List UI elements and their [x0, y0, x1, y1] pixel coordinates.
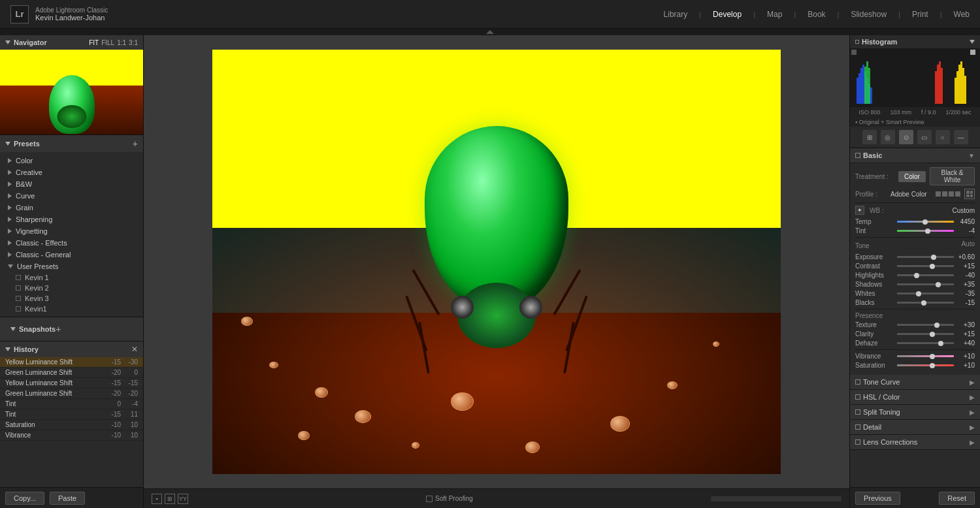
- snapshots-header[interactable]: Snapshots +: [5, 321, 66, 338]
- history-close-btn[interactable]: ✕: [131, 345, 138, 354]
- copy-button[interactable]: Copy...: [5, 492, 44, 505]
- single-view-icon[interactable]: ▪: [152, 494, 162, 504]
- history-item-7[interactable]: Vibrance -10 10: [0, 430, 143, 441]
- history-item-1[interactable]: Green Luminance Shift -20 0: [0, 368, 143, 378]
- zoom-fit[interactable]: FIT: [89, 39, 99, 46]
- hsl-toggle[interactable]: [855, 394, 860, 400]
- dehaze-thumb[interactable]: [938, 341, 943, 346]
- dehaze-slider[interactable]: [897, 342, 954, 344]
- lens-corrections-toggle[interactable]: [855, 439, 860, 445]
- vibrance-slider[interactable]: [897, 355, 954, 357]
- history-header[interactable]: History ✕: [0, 341, 143, 357]
- basic-section-header[interactable]: Basic ▼: [850, 148, 980, 163]
- history-item-2[interactable]: Yellow Luminance Shift -15 -15: [0, 378, 143, 389]
- top-panel-toggle[interactable]: [0, 29, 980, 35]
- preset-user-presets[interactable]: User Presets: [0, 261, 143, 272]
- texture-thumb[interactable]: [934, 323, 939, 328]
- redeye-tool[interactable]: ⊙: [899, 130, 913, 144]
- texture-slider[interactable]: [897, 324, 954, 326]
- filmstrip-scrollbar[interactable]: [711, 496, 841, 501]
- tone-curve-section[interactable]: Tone Curve ▶: [850, 375, 980, 390]
- preset-vignetting[interactable]: Vignetting: [0, 225, 143, 237]
- preset-bw[interactable]: B&W: [0, 178, 143, 190]
- zoom-1to1[interactable]: 1:1: [117, 39, 126, 46]
- nav-develop[interactable]: Develop: [713, 10, 742, 19]
- preset-kevin2[interactable]: Kevin 2: [0, 283, 143, 293]
- presets-header[interactable]: Presets +: [0, 135, 143, 152]
- detail-section[interactable]: Detail ▶: [850, 420, 980, 435]
- history-item-6[interactable]: Saturation -10 10: [0, 420, 143, 430]
- history-item-3[interactable]: Green Luminance Shift -20 -20: [0, 389, 143, 399]
- tint-thumb[interactable]: [925, 229, 930, 234]
- previous-button[interactable]: Previous: [855, 492, 900, 505]
- crop-tool[interactable]: ⊞: [862, 130, 877, 144]
- tone-curve-toggle[interactable]: [855, 379, 860, 385]
- history-item-0[interactable]: Yellow Luminance Shift -15 -30: [0, 357, 143, 368]
- history-item-4[interactable]: Tint 0 -4: [0, 399, 143, 409]
- blacks-slider[interactable]: [897, 302, 954, 304]
- temp-thumb[interactable]: [923, 219, 928, 225]
- saturation-slider[interactable]: [897, 364, 954, 366]
- reset-button[interactable]: Reset: [939, 492, 975, 505]
- contrast-slider[interactable]: [897, 265, 954, 267]
- soft-proofing-checkbox[interactable]: [426, 496, 433, 502]
- detail-toggle[interactable]: [855, 424, 860, 430]
- zoom-3to1[interactable]: 3:1: [129, 39, 138, 46]
- vibrance-thumb[interactable]: [930, 354, 935, 359]
- grid-view-icon[interactable]: ⊞: [165, 494, 175, 504]
- preset-kevin3[interactable]: Kevin 3: [0, 293, 143, 304]
- clarity-thumb[interactable]: [930, 332, 935, 337]
- wb-eyedropper[interactable]: ✦: [855, 206, 864, 215]
- presets-add-btn[interactable]: +: [133, 138, 138, 149]
- preset-color[interactable]: Color: [0, 155, 143, 167]
- history-item-5[interactable]: Tint -15 11: [0, 409, 143, 420]
- profile-browse-btn[interactable]: [964, 189, 975, 199]
- adjustment-brush-tool[interactable]: —: [954, 130, 968, 144]
- nav-map[interactable]: Map: [767, 10, 782, 19]
- exposure-thumb[interactable]: [931, 255, 936, 260]
- gradient-filter-tool[interactable]: ▭: [917, 130, 932, 144]
- nav-library[interactable]: Library: [664, 10, 688, 19]
- preset-classic-effects[interactable]: Classic - Effects: [0, 237, 143, 249]
- temp-slider[interactable]: [897, 221, 954, 223]
- shadows-slider[interactable]: [897, 283, 954, 285]
- split-toning-toggle[interactable]: [855, 409, 860, 415]
- spot-removal-tool[interactable]: ◎: [881, 130, 895, 144]
- highlights-thumb[interactable]: [914, 273, 919, 278]
- preset-kevin1b[interactable]: Kevin1: [0, 304, 143, 314]
- nav-web[interactable]: Web: [954, 10, 970, 19]
- whites-slider[interactable]: [897, 293, 954, 294]
- highlights-slider[interactable]: [897, 274, 954, 276]
- nav-print[interactable]: Print: [912, 10, 928, 19]
- preset-classic-general[interactable]: Classic - General: [0, 249, 143, 261]
- nav-slideshow[interactable]: Slideshow: [851, 10, 887, 19]
- paste-button[interactable]: Paste: [50, 492, 85, 505]
- auto-btn[interactable]: Auto: [961, 240, 975, 251]
- histogram-header[interactable]: Histogram: [850, 35, 980, 48]
- preset-kevin1[interactable]: Kevin 1: [0, 272, 143, 283]
- navigator-header[interactable]: Navigator FIT FILL 1:1 3:1: [0, 35, 143, 50]
- preset-curve[interactable]: Curve: [0, 190, 143, 202]
- compare-view-icon[interactable]: YY: [178, 494, 188, 504]
- radial-filter-tool[interactable]: ○: [936, 130, 950, 144]
- bw-treatment-btn[interactable]: Black & White: [930, 167, 975, 185]
- tint-slider[interactable]: [897, 230, 954, 232]
- preset-grain[interactable]: Grain: [0, 202, 143, 214]
- clarity-slider[interactable]: [897, 333, 954, 335]
- preset-sharpening[interactable]: Sharpening: [0, 214, 143, 225]
- exposure-slider[interactable]: [897, 256, 954, 258]
- shadows-thumb[interactable]: [936, 282, 941, 287]
- color-treatment-btn[interactable]: Color: [898, 171, 926, 182]
- basic-toggle-checkbox[interactable]: [855, 153, 860, 158]
- whites-thumb[interactable]: [916, 291, 921, 296]
- blacks-thumb[interactable]: [921, 300, 926, 306]
- zoom-fill[interactable]: FILL: [101, 39, 114, 46]
- split-toning-section[interactable]: Split Toning ▶: [850, 405, 980, 420]
- preset-creative[interactable]: Creative: [0, 167, 143, 178]
- contrast-thumb[interactable]: [930, 264, 935, 269]
- snapshots-add-btn[interactable]: +: [56, 324, 61, 334]
- hsl-color-section[interactable]: HSL / Color ▶: [850, 390, 980, 405]
- lens-corrections-section[interactable]: Lens Corrections ▶: [850, 435, 980, 450]
- nav-book[interactable]: Book: [808, 10, 825, 19]
- saturation-thumb[interactable]: [930, 363, 935, 368]
